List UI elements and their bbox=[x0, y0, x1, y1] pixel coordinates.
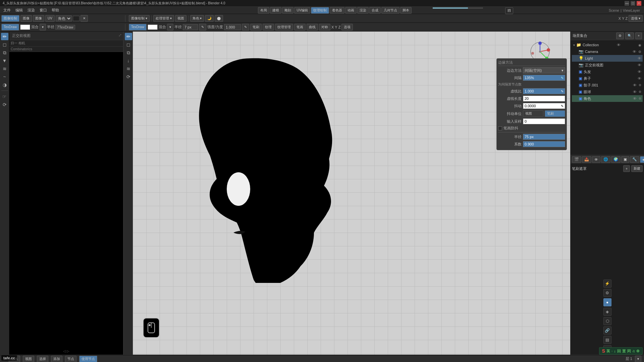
brush-unit-btn[interactable]: 笔刷 bbox=[545, 110, 565, 117]
tree-skeleton-link[interactable]: ⚙ bbox=[639, 83, 641, 87]
view-unit-btn[interactable]: 视图 bbox=[523, 110, 543, 117]
tree-eye-character[interactable]: 👁 bbox=[633, 97, 637, 101]
input-tool1[interactable]: 英 bbox=[606, 349, 610, 354]
tree-eye-collection[interactable]: 👁 bbox=[617, 43, 621, 47]
input-tool4[interactable]: 置 bbox=[622, 349, 626, 354]
uv-fill-btn[interactable]: ↓ bbox=[125, 57, 132, 64]
prop-render[interactable]: 🎬 bbox=[572, 156, 581, 163]
brush-select[interactable]: 角色 bbox=[56, 15, 72, 21]
menu-window[interactable]: 窗口 bbox=[38, 7, 49, 13]
tree-nose[interactable]: ▣ 鼻子 👁 bbox=[572, 75, 643, 82]
menu-render[interactable]: 渲染 bbox=[25, 7, 37, 13]
blend-dropdown-right[interactable]: ▾ bbox=[167, 24, 173, 31]
tab-shader[interactable]: 着色器 bbox=[330, 7, 344, 14]
tool-smear[interactable]: ≋ bbox=[1, 65, 8, 72]
tree-character[interactable]: ▣ 角色 👁 ⚙ bbox=[572, 95, 643, 102]
blend-dropdown-left[interactable]: ▾ bbox=[40, 24, 46, 31]
menu-edit[interactable]: 编辑 bbox=[13, 7, 25, 13]
tree-camera[interactable]: 📷 Camera 👁 ⚙ bbox=[572, 48, 643, 55]
uv-draw-btn[interactable]: ✏ bbox=[125, 33, 132, 40]
tree-collection[interactable]: ▾ 📁 Collection 👁 ◉ bbox=[572, 42, 643, 48]
texture-mgmt-btn[interactable]: 纹理管理 bbox=[275, 24, 293, 31]
prop-icon-5[interactable]: ⬡ bbox=[603, 317, 611, 325]
jitter-value[interactable]: 0.0000 ✎ bbox=[523, 103, 565, 109]
tab-render[interactable]: 渲染 bbox=[357, 7, 369, 14]
image-options-btn[interactable]: 图像 bbox=[33, 15, 44, 22]
brush-label-btn[interactable]: 笔刷 bbox=[250, 24, 262, 31]
prop-icon-7[interactable]: ▤ bbox=[603, 336, 611, 344]
thickness-value[interactable]: 0.900 bbox=[523, 141, 565, 147]
method-select[interactable]: 间隔(空间) ▾ bbox=[523, 67, 565, 73]
tree-ortho-cam[interactable]: 📷 正交前视图 👁 bbox=[572, 62, 643, 68]
tool-eraser[interactable]: ◻ bbox=[1, 41, 8, 48]
tab-layout[interactable]: 布局 bbox=[258, 7, 269, 14]
tree-eye-skeleton[interactable]: 👁 bbox=[633, 83, 637, 87]
brush-add-btn[interactable]: + bbox=[623, 165, 630, 172]
tree-character-options[interactable]: ⚙ bbox=[639, 97, 641, 100]
texture-close-btn[interactable]: ✕ bbox=[80, 15, 88, 22]
tree-eye-nose[interactable]: 👁 bbox=[638, 76, 641, 80]
input-tool2[interactable]: ↓ bbox=[614, 349, 616, 353]
input-samples-value[interactable]: 0 bbox=[523, 118, 565, 124]
uv-nav-handle[interactable]: ◁ ▷ bbox=[63, 349, 69, 353]
stroke-label-btn[interactable]: 笔画 bbox=[294, 24, 306, 31]
input-tool6[interactable]: ♫ bbox=[632, 349, 635, 353]
uv-view-btn[interactable]: UV bbox=[45, 15, 55, 22]
tool-draw[interactable]: ✏ bbox=[1, 33, 8, 40]
bottom-view-btn[interactable]: 视图 bbox=[23, 356, 34, 362]
close-button[interactable]: × bbox=[637, 1, 641, 6]
tab-texture-paint[interactable]: 纹理绘制 bbox=[311, 7, 329, 14]
menu-help[interactable]: 帮助 bbox=[50, 7, 61, 13]
mode-select[interactable]: 图像绘制 ▾ bbox=[129, 15, 150, 22]
tab-animation[interactable]: 动画 bbox=[345, 7, 357, 14]
tree-eyeball[interactable]: ▣ 眼球 👁 ⚙ bbox=[572, 88, 643, 95]
prop-icon-4[interactable]: ◈ bbox=[603, 308, 611, 316]
tree-eyeball-options[interactable]: ⚙ bbox=[639, 90, 641, 94]
prop-material[interactable]: ● bbox=[640, 156, 644, 163]
maximize-button[interactable]: □ bbox=[631, 1, 635, 6]
tree-eye-camera[interactable]: 👁 bbox=[633, 50, 636, 54]
prop-object[interactable]: ▣ bbox=[621, 156, 629, 163]
bottom-select-btn[interactable]: 选择 bbox=[37, 356, 48, 362]
tab-composite[interactable]: 合成 bbox=[369, 7, 381, 14]
overlay-btn[interactable]: 处理管理 ▾ bbox=[153, 15, 174, 22]
texture-label-btn[interactable]: 纹理 bbox=[263, 24, 274, 31]
prop-view[interactable]: 👁 bbox=[592, 156, 600, 163]
prop-icon-2[interactable]: ⚙ bbox=[603, 289, 611, 297]
input-tool7[interactable]: ⚙ bbox=[636, 349, 640, 353]
overlay-toggle[interactable]: ⬤ bbox=[215, 15, 223, 22]
tree-light[interactable]: 💡 Light 👁 bbox=[572, 55, 643, 62]
strength-input[interactable] bbox=[224, 24, 241, 30]
tab-uv[interactable]: UV编辑 bbox=[294, 7, 310, 14]
pen-pressure-btn[interactable]: ✎ bbox=[199, 24, 206, 31]
mode-dropdown[interactable]: 角色 ▾ bbox=[190, 15, 204, 22]
stabilize-checkbox[interactable] bbox=[498, 126, 502, 130]
uv-canvas-content[interactable] bbox=[9, 52, 123, 355]
minimize-button[interactable]: — bbox=[625, 1, 629, 6]
tex-draw-btn[interactable]: TexDraw bbox=[129, 24, 147, 31]
tool-mask[interactable]: ◑ bbox=[1, 81, 8, 88]
tree-eye-ortho[interactable]: 👁 bbox=[638, 63, 641, 67]
input-tool3[interactable]: 回 bbox=[617, 349, 621, 354]
radius-input[interactable] bbox=[183, 24, 198, 30]
tool-soften[interactable]: ~ bbox=[1, 73, 8, 80]
strength-pen-btn[interactable]: ✎ bbox=[242, 24, 249, 31]
uv-clone-btn[interactable]: ⧉ bbox=[125, 49, 132, 56]
virtual-length-value[interactable]: 20 bbox=[523, 96, 565, 102]
tree-hair[interactable]: ▣ 头发 👁 bbox=[572, 68, 643, 75]
uv-extra-btn[interactable]: ⟳ bbox=[125, 73, 132, 80]
tree-cam-options[interactable]: ⚙ bbox=[638, 50, 641, 54]
scene-search-btn[interactable]: 🔍 bbox=[625, 33, 634, 39]
tree-vis-collection[interactable]: ◉ bbox=[638, 43, 641, 47]
input-tool5[interactable]: 冈 bbox=[627, 349, 631, 354]
layer-select[interactable]: ▾ bbox=[635, 356, 641, 362]
interval-value[interactable]: 135% ✎ bbox=[523, 75, 565, 81]
tab-modeling[interactable]: 建模 bbox=[270, 7, 281, 14]
uv-smear-btn[interactable]: ≋ bbox=[125, 65, 132, 72]
curve-label-btn[interactable]: 曲线 bbox=[307, 24, 318, 31]
shading-btn[interactable]: 🌙 bbox=[205, 15, 214, 22]
prop-scene[interactable]: 🌐 bbox=[601, 156, 610, 163]
options2-btn[interactable]: 选项 bbox=[341, 24, 353, 31]
image-draw-toggle[interactable]: 图像绘制 bbox=[1, 15, 19, 22]
draw-mode-btn[interactable]: TexDraw bbox=[1, 24, 19, 31]
